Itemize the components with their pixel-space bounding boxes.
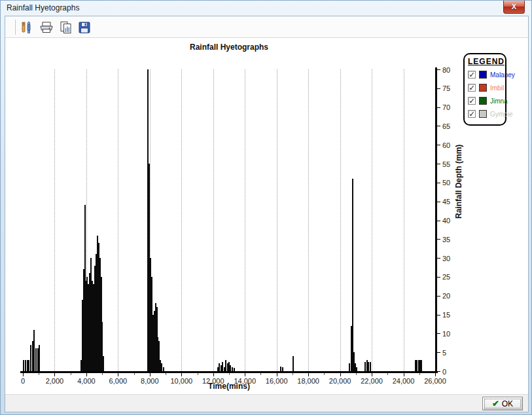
- y-tick: [437, 333, 440, 334]
- x-tick: [23, 373, 24, 376]
- y-tick: [437, 88, 440, 89]
- y-tick: [437, 221, 440, 221]
- gridline-vertical: [340, 69, 341, 371]
- legend-checkbox-jimna[interactable]: ✓: [468, 97, 476, 105]
- gridline-vertical: [213, 69, 214, 371]
- y-tick-label: 80: [442, 66, 450, 74]
- gridline-vertical: [404, 69, 404, 371]
- toolbar: [5, 16, 528, 38]
- gridline-vertical: [308, 69, 309, 371]
- x-tick: [86, 373, 87, 376]
- y-tick-label: 70: [442, 103, 450, 111]
- y-tick-label: 0: [442, 368, 446, 376]
- y-tick: [437, 239, 440, 240]
- legend-label-malaney: Malaney: [490, 71, 515, 79]
- y-tick: [437, 258, 440, 259]
- gridline-vertical: [181, 69, 182, 371]
- y-tick: [437, 371, 440, 372]
- y-axis-title: Rainfall Depth (mm): [454, 145, 463, 219]
- close-icon[interactable]: X: [503, 1, 525, 14]
- y-tick-label: 40: [442, 217, 450, 225]
- gridline-vertical: [118, 69, 118, 371]
- hyetograph-bar: [293, 356, 294, 371]
- y-tick-label: 15: [442, 311, 450, 319]
- x-tick: [181, 373, 182, 376]
- x-tick: [229, 373, 230, 375]
- legend-item-gympie: ✓Gympie: [468, 107, 503, 120]
- ok-check-icon: ✔: [492, 399, 499, 408]
- x-tick: [435, 373, 436, 376]
- hyetograph-bar: [421, 360, 422, 371]
- x-tick: [150, 373, 151, 376]
- legend-checkbox-malaney[interactable]: ✓: [468, 71, 476, 79]
- hyetograph-bar: [39, 345, 40, 371]
- legend-swatch-gympie: [479, 110, 487, 118]
- x-tick: [387, 373, 388, 375]
- y-tick-label: 65: [442, 122, 450, 130]
- footer-bar: ✔OK: [5, 394, 528, 412]
- y-tick-label: 45: [442, 198, 450, 206]
- y-tick-label: 25: [442, 273, 450, 281]
- x-axis-title: Time(mins): [23, 382, 435, 391]
- x-tick: [277, 373, 277, 376]
- hyetograph-bar: [370, 362, 371, 371]
- x-tick: [213, 373, 214, 376]
- gridline-vertical: [277, 69, 277, 371]
- y-tick-label: 75: [442, 84, 450, 92]
- legend-title: LEGEND: [468, 57, 503, 66]
- x-tick: [166, 373, 166, 375]
- y-tick-label: 60: [442, 141, 450, 149]
- hyetograph-bar: [103, 356, 104, 371]
- window-title: Rainfall Hyetographs: [7, 3, 79, 12]
- legend-label-gympie: Gympie: [490, 111, 512, 118]
- ok-button[interactable]: ✔OK: [482, 397, 523, 410]
- legend-item-imbil: ✓Imbil: [468, 81, 503, 94]
- titlebar[interactable]: Rainfall Hyetographs X: [1, 1, 531, 16]
- ok-button-label: OK: [502, 399, 513, 408]
- x-tick: [102, 373, 103, 375]
- y-tick: [437, 352, 440, 353]
- x-tick: [54, 373, 55, 376]
- y-tick-label: 55: [442, 160, 450, 168]
- y-tick-label: 35: [442, 236, 450, 244]
- x-tick: [308, 373, 309, 376]
- y-tick: [437, 69, 440, 70]
- plot-area: 02,0004,0006,0008,00010,00012,00014,0001…: [5, 39, 528, 394]
- legend-swatch-malaney: [479, 71, 487, 79]
- legend-checkbox-imbil[interactable]: ✓: [468, 84, 476, 92]
- tools-icon[interactable]: [18, 19, 35, 36]
- x-tick: [198, 373, 198, 375]
- hyetograph-bar: [352, 179, 353, 371]
- print-icon[interactable]: [38, 19, 55, 36]
- copy-report-icon[interactable]: [58, 19, 75, 36]
- y-tick-label: 10: [442, 330, 450, 338]
- y-tick: [437, 126, 440, 126]
- chart-panel: Rainfall Hyetographs 02,0004,0006,0008,0…: [5, 39, 528, 394]
- legend-box: LEGEND ✓Malaney✓Imbil✓Jimna✓Gympie: [463, 53, 506, 126]
- x-tick: [260, 373, 261, 375]
- x-tick: [372, 373, 372, 376]
- x-tick: [118, 373, 118, 376]
- x-tick: [134, 373, 135, 375]
- rainfall-hyetographs-window: Rainfall Hyetographs X: [0, 0, 532, 415]
- y-tick-label: 30: [442, 255, 450, 262]
- y-tick-label: 5: [442, 349, 446, 357]
- y-tick-label: 20: [442, 292, 450, 300]
- hyetograph-bar: [280, 367, 281, 371]
- x-tick: [404, 373, 404, 376]
- gridline-vertical: [372, 69, 372, 371]
- x-tick: [39, 373, 39, 375]
- y-tick: [437, 145, 440, 145]
- y-tick: [437, 164, 440, 164]
- x-tick: [324, 373, 325, 375]
- x-tick: [245, 373, 245, 376]
- legend-label-imbil: Imbil: [490, 84, 504, 92]
- x-tick: [356, 373, 357, 375]
- gridline-vertical: [245, 69, 245, 371]
- legend-swatch-jimna: [479, 97, 487, 105]
- x-tick: [71, 373, 71, 375]
- legend-checkbox-gympie[interactable]: ✓: [468, 110, 476, 118]
- y-tick: [437, 107, 440, 108]
- legend-item-malaney: ✓Malaney: [468, 68, 503, 81]
- save-icon[interactable]: [76, 19, 93, 36]
